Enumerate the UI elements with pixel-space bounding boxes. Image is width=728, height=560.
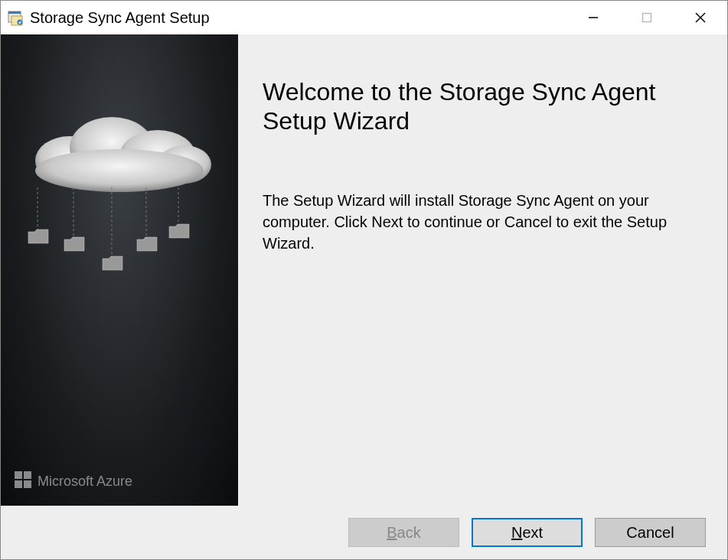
azure-branding: Microsoft Azure [15, 471, 132, 492]
titlebar: Storage Sync Agent Setup [1, 1, 727, 34]
svg-rect-21 [24, 480, 31, 488]
folders-graphic [1, 187, 238, 279]
svg-point-12 [35, 149, 204, 192]
close-button[interactable] [674, 1, 727, 34]
svg-rect-18 [15, 471, 22, 479]
content-area: Microsoft Azure Welcome to the Storage S… [1, 34, 727, 506]
cancel-button[interactable]: Cancel [595, 518, 706, 547]
cloud-icon [24, 111, 215, 195]
welcome-heading: Welcome to the Storage Sync Agent Setup … [263, 77, 697, 136]
window-title: Storage Sync Agent Setup [30, 9, 566, 27]
installer-window: Storage Sync Agent Setup [0, 0, 728, 560]
button-bar: Back Next Cancel [1, 506, 727, 559]
main-panel: Welcome to the Storage Sync Agent Setup … [238, 34, 727, 506]
svg-rect-19 [24, 471, 31, 479]
next-button[interactable]: Next [472, 518, 583, 547]
minimize-button[interactable] [566, 1, 620, 34]
back-button: Back [348, 518, 459, 547]
titlebar-controls [566, 1, 727, 34]
maximize-button [620, 1, 674, 34]
svg-rect-5 [643, 14, 651, 22]
windows-logo-icon [15, 471, 31, 492]
svg-rect-20 [15, 480, 22, 488]
installer-icon [7, 8, 25, 27]
svg-rect-1 [8, 11, 21, 14]
azure-brand-text: Microsoft Azure [38, 474, 132, 490]
sidebar-graphic: Microsoft Azure [1, 34, 238, 506]
welcome-body: The Setup Wizard will install Storage Sy… [263, 190, 697, 254]
svg-point-3 [18, 20, 23, 25]
